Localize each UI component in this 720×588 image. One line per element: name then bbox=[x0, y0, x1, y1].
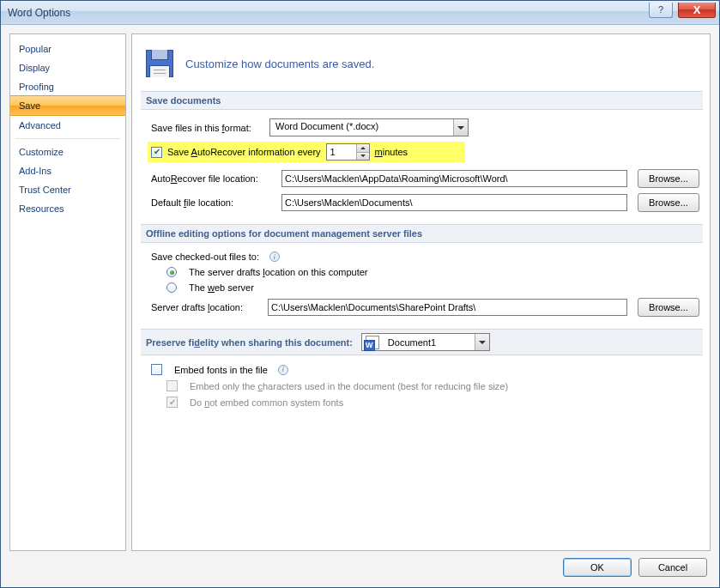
section-fidelity: Preserve fidelity when sharing this docu… bbox=[141, 329, 703, 355]
spin-down-icon[interactable] bbox=[357, 152, 369, 161]
embed-fonts-label: Embed fonts in the file bbox=[174, 365, 268, 375]
titlebar[interactable]: Word Options ? X bbox=[1, 1, 719, 25]
embed-chars-label: Embed only the characters used in the do… bbox=[190, 381, 508, 391]
dropdown-arrow-icon[interactable] bbox=[475, 334, 489, 350]
autorecover-label: Save AutoRecover information every bbox=[167, 147, 321, 157]
autorecover-minutes-input[interactable] bbox=[327, 144, 356, 160]
format-dropdown[interactable]: Word Document (*.docx) bbox=[269, 118, 469, 136]
server-drafts-input[interactable] bbox=[268, 299, 627, 316]
cancel-button[interactable]: Cancel bbox=[638, 558, 707, 577]
section-save-documents: Save documents bbox=[141, 91, 703, 110]
save-disk-icon bbox=[146, 50, 173, 77]
sidebar-item-advanced[interactable]: Advanced bbox=[10, 116, 125, 135]
default-location-label: Default file location: bbox=[151, 197, 271, 208]
dialog-body: Popular Display Proofing Save Advanced C… bbox=[1, 25, 719, 587]
sidebar-item-resources[interactable]: Resources bbox=[10, 199, 125, 218]
autorecover-minutes-stepper[interactable] bbox=[326, 143, 370, 161]
server-drafts-label: Server drafts location: bbox=[151, 302, 257, 312]
sidebar-item-trust-center[interactable]: Trust Center bbox=[10, 180, 125, 199]
save-checked-label: Save checked-out files to: bbox=[151, 252, 259, 262]
section-offline: Offline editing options for document man… bbox=[141, 224, 703, 243]
info-icon[interactable]: i bbox=[278, 365, 288, 375]
close-button[interactable]: X bbox=[678, 3, 716, 18]
fidelity-document-dropdown[interactable]: Document1 bbox=[361, 333, 490, 351]
sidebar-item-proofing[interactable]: Proofing bbox=[10, 77, 125, 96]
dialog-footer: OK Cancel bbox=[9, 558, 711, 579]
sidebar-item-addins[interactable]: Add-Ins bbox=[10, 161, 125, 180]
heading-text: Customize how documents are saved. bbox=[185, 58, 374, 70]
minutes-label: minutes bbox=[375, 147, 408, 157]
sidebar: Popular Display Proofing Save Advanced C… bbox=[9, 33, 126, 551]
radio-local-label: The server drafts location on this compu… bbox=[189, 267, 368, 277]
dropdown-arrow-icon[interactable] bbox=[453, 119, 468, 136]
autorecover-location-input[interactable] bbox=[281, 170, 627, 187]
fidelity-doc-name: Document1 bbox=[383, 336, 441, 349]
sidebar-item-display[interactable]: Display bbox=[10, 58, 125, 77]
radio-web-server[interactable] bbox=[166, 282, 177, 293]
embed-common-label: Do not embed common system fonts bbox=[190, 397, 343, 408]
embed-common-checkbox: ✔ bbox=[166, 397, 178, 408]
ok-button[interactable]: OK bbox=[563, 558, 632, 577]
embed-chars-checkbox bbox=[166, 380, 178, 391]
info-icon[interactable]: i bbox=[269, 252, 280, 262]
autorecover-checkbox[interactable]: ✔ bbox=[151, 147, 162, 158]
format-label: Save files in this format: bbox=[151, 123, 263, 133]
browse-drafts-button[interactable]: Browse... bbox=[638, 298, 699, 317]
sidebar-item-save[interactable]: Save bbox=[10, 95, 125, 116]
sidebar-separator bbox=[15, 138, 120, 139]
spin-up-icon[interactable] bbox=[357, 144, 369, 152]
sidebar-item-customize[interactable]: Customize bbox=[10, 142, 125, 161]
browse-default-button[interactable]: Browse... bbox=[638, 193, 699, 212]
format-value: Word Document (*.docx) bbox=[270, 119, 384, 136]
window-title: Word Options bbox=[8, 7, 70, 19]
embed-fonts-checkbox[interactable] bbox=[151, 364, 162, 375]
main-panel: Customize how documents are saved. Save … bbox=[131, 33, 711, 551]
default-location-input[interactable] bbox=[281, 194, 627, 211]
word-document-icon bbox=[366, 336, 379, 349]
autorecover-location-label: AutoRecover file location: bbox=[151, 173, 271, 184]
radio-web-label: The web server bbox=[189, 282, 254, 293]
autorecover-highlight: ✔ Save AutoRecover information every min… bbox=[148, 142, 465, 162]
radio-server-drafts-local[interactable] bbox=[166, 267, 177, 277]
dialog-window: Word Options ? X Popular Display Proofin… bbox=[0, 0, 720, 588]
help-button[interactable]: ? bbox=[649, 3, 673, 18]
page-heading: Customize how documents are saved. bbox=[146, 50, 699, 77]
browse-autorecover-button[interactable]: Browse... bbox=[638, 169, 699, 188]
sidebar-item-popular[interactable]: Popular bbox=[10, 39, 125, 58]
